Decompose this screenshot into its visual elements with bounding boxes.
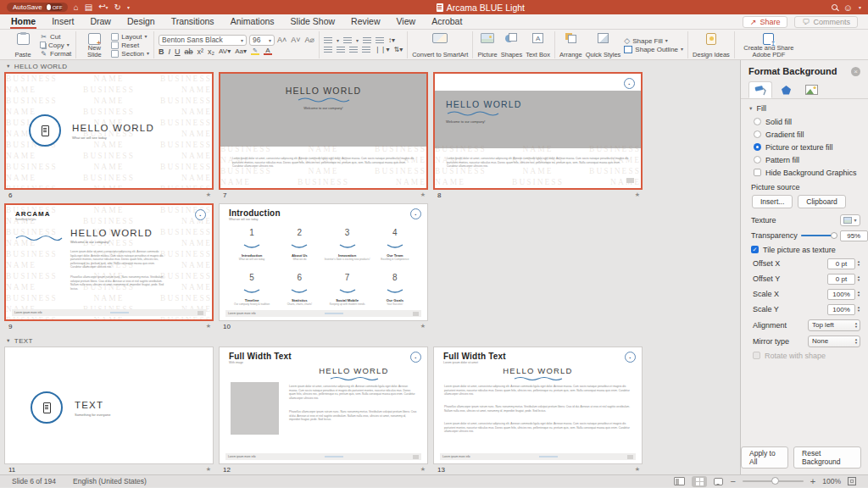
line-spacing-button[interactable]: ↕▾ <box>388 36 395 44</box>
stepper-icon[interactable]: ▲▼ <box>857 275 860 282</box>
zoom-slider-thumb[interactable] <box>771 477 779 485</box>
tab-slide-show[interactable]: Slide Show <box>290 16 337 29</box>
save-icon[interactable]: ▤ <box>85 3 92 12</box>
reset-background-button[interactable]: Reset Background <box>793 446 861 469</box>
zoom-level[interactable]: 100% <box>822 477 841 485</box>
offset-x-spinner[interactable]: 0 pt▲▼ <box>827 258 860 269</box>
shrink-font-button[interactable]: A˅ <box>291 36 300 44</box>
stepper-icon[interactable]: ▲▼ <box>857 291 860 297</box>
account-icon[interactable]: ☺ <box>843 3 853 12</box>
shapes-button[interactable]: Shapes <box>501 31 522 58</box>
slider-thumb[interactable] <box>831 232 837 239</box>
undo-icon[interactable]: ↩▾ <box>98 3 108 12</box>
autosave-toggle[interactable]: AutoSave OFF <box>7 3 68 12</box>
strikethrough-button[interactable]: ab <box>185 47 193 56</box>
stepper-icon[interactable]: ▲▼ <box>857 260 860 267</box>
increase-indent-button[interactable] <box>376 37 384 44</box>
tab-home[interactable]: Home <box>10 16 36 29</box>
gradient-fill-option[interactable]: Gradient fill <box>741 128 868 141</box>
slide-sorter-view-icon[interactable] <box>692 476 707 487</box>
language-indicator[interactable]: English (United States) <box>73 477 147 485</box>
section-header-hello-world[interactable]: ▼ HELLO WORLD <box>0 60 740 72</box>
home-icon[interactable]: ⌂ <box>74 3 79 12</box>
transparency-spinner[interactable]: 95%▲▼ <box>840 230 868 241</box>
tab-fill[interactable] <box>748 81 772 98</box>
comments-view-icon[interactable] <box>714 478 723 485</box>
create-pdf-button[interactable]: Create and Share Adobe PDF <box>739 31 798 58</box>
tab-transitions[interactable]: Transitions <box>170 16 215 29</box>
shape-outline-button[interactable]: Shape Outline▾ <box>624 46 683 53</box>
clipboard-button[interactable]: Clipboard <box>798 195 845 208</box>
italic-button[interactable]: I <box>169 47 171 56</box>
cut-button[interactable]: ✂Cut <box>40 33 71 41</box>
slide-thumbnail-8[interactable]: ▪ HELLO WORLD Welcome to our company! BU… <box>433 72 643 190</box>
layout-button[interactable]: Layout▾ <box>111 33 149 41</box>
copy-button[interactable]: Copy▾ <box>40 42 71 49</box>
tile-picture-option[interactable]: ✓Tile picture as texture <box>741 243 868 256</box>
slide-thumbnail-11[interactable]: TEXT Something for everyone <box>4 347 214 464</box>
offset-y-spinner[interactable]: 0 pt▲▼ <box>827 274 860 285</box>
apply-to-all-button[interactable]: Apply to All <box>741 446 788 469</box>
justify-button[interactable] <box>362 47 370 53</box>
align-center-button[interactable] <box>337 47 345 53</box>
texture-dropdown[interactable]: ▾ <box>840 214 860 226</box>
quick-styles-button[interactable]: Quick Styles <box>586 31 621 58</box>
slide-thumbnail-9[interactable]: BUSINESS NAME BUSINESS NAME BUSINESS NAM… <box>4 203 214 321</box>
numbering-button[interactable] <box>343 37 352 44</box>
tab-view[interactable]: View <box>396 16 417 29</box>
pattern-fill-option[interactable]: Pattern fill <box>741 153 868 166</box>
section-header-text[interactable]: ▼ TEXT <box>0 335 740 347</box>
collapse-triangle-icon[interactable]: ▼ <box>6 64 11 69</box>
tab-acrobat[interactable]: Acrobat <box>431 16 463 29</box>
text-direction-button[interactable]: ⇅▾ <box>393 46 403 53</box>
tab-design[interactable]: Design <box>126 16 156 29</box>
scale-y-spinner[interactable]: 100%▲▼ <box>827 304 860 315</box>
bold-button[interactable]: B <box>159 47 164 56</box>
slide-thumbnail-13[interactable]: Full Width Text Lorem ipsum dolor sit am… <box>433 347 643 464</box>
decrease-indent-button[interactable] <box>363 37 371 44</box>
autosave-switch[interactable]: OFF <box>46 3 63 11</box>
slide-thumbnail-6[interactable]: BUSINESS NAME BUSINESS NAME BUSINESS NAM… <box>4 72 214 190</box>
close-icon[interactable]: × <box>851 67 860 76</box>
columns-button[interactable]: ❘❘▾ <box>375 46 389 53</box>
stepper-icon[interactable]: ▲▼ <box>857 306 860 313</box>
bullets-button[interactable] <box>324 37 332 44</box>
convert-smartart-button[interactable]: Convert to SmartArt <box>412 31 468 58</box>
picture-button[interactable]: Picture <box>477 31 497 58</box>
alignment-dropdown[interactable]: Top left▲▼ <box>808 319 860 331</box>
tab-insert[interactable]: Insert <box>51 16 75 29</box>
align-left-button[interactable] <box>324 47 332 53</box>
clear-format-button[interactable]: A⌀ <box>305 36 314 44</box>
redo-icon[interactable]: ↻ <box>114 3 121 12</box>
mirror-type-dropdown[interactable]: None▲▼ <box>808 336 860 347</box>
reset-button[interactable]: Reset <box>111 42 149 49</box>
superscript-button[interactable]: x² <box>198 47 204 56</box>
zoom-in-button[interactable]: + <box>810 476 815 486</box>
account-caret-icon[interactable]: ▾ <box>859 4 861 10</box>
tab-animations[interactable]: Animations <box>230 16 275 29</box>
slide-thumbnail-10[interactable]: Introduction What we will see today ▪ 1I… <box>219 203 428 321</box>
search-icon[interactable] <box>832 4 837 10</box>
share-button[interactable]: ↗Share <box>743 16 788 28</box>
tab-picture[interactable] <box>799 81 823 98</box>
tab-review[interactable]: Review <box>350 16 381 29</box>
shape-fill-button[interactable]: ◇Shape Fill▾ <box>624 37 683 45</box>
format-painter-button[interactable]: ✎Format <box>40 50 71 58</box>
insert-picture-button[interactable]: Insert... <box>752 195 793 208</box>
paste-button[interactable]: Paste <box>9 31 36 58</box>
align-right-button[interactable] <box>349 47 358 53</box>
zoom-out-button[interactable]: − <box>730 476 735 486</box>
zoom-slider[interactable] <box>743 480 804 483</box>
collapse-triangle-icon[interactable]: ▼ <box>6 338 11 343</box>
transparency-slider[interactable] <box>801 235 837 237</box>
grow-font-button[interactable]: A˄ <box>277 36 287 44</box>
char-spacing-button[interactable]: AV▾ <box>219 47 231 55</box>
slide-thumbnail-7[interactable]: HELLO WORLD Welcome to our company! BUSI… <box>219 72 428 190</box>
font-name-combo[interactable]: Benton Sans Black▾ <box>159 35 247 46</box>
slide-thumbnail-12[interactable]: Full Width Text With image ▪ HELLO WORLD… <box>219 347 428 464</box>
solid-fill-option[interactable]: Solid fill <box>741 115 868 128</box>
underline-button[interactable]: U <box>175 47 181 56</box>
hide-background-graphics-option[interactable]: Hide Background Graphics <box>741 166 868 179</box>
highlight-color-button[interactable]: ✎ <box>251 47 259 55</box>
font-size-combo[interactable]: 96▾ <box>249 35 275 46</box>
